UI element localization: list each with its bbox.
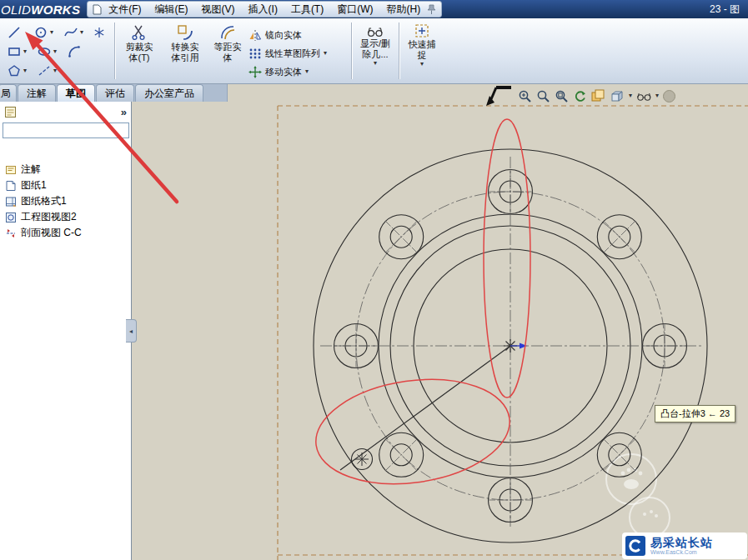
- zoom-fit-icon[interactable]: [536, 89, 550, 103]
- tree-item-annotations[interactable]: 注解: [0, 162, 131, 178]
- polygon-icon: [7, 63, 22, 78]
- tab-layout[interactable]: 局: [0, 84, 17, 102]
- mirror-entities-button[interactable]: 镜向实体: [248, 27, 302, 43]
- scissors-icon: [130, 23, 148, 42]
- circle-icon: [33, 25, 48, 40]
- chevron-down-icon[interactable]: ▾: [420, 61, 424, 68]
- sketch-line: [340, 346, 510, 470]
- sheet-properties-icon[interactable]: [591, 89, 605, 102]
- watermark-title: 易采站长站: [650, 537, 713, 549]
- red-highlight-ellipse-vertical: [484, 119, 530, 398]
- red-highlight-ellipse-bottom: [309, 368, 517, 495]
- bolt-hole: [642, 323, 687, 368]
- zoom-in-icon[interactable]: [518, 89, 532, 103]
- tree-item-section-view[interactable]: 剖面视图 C-C: [0, 225, 131, 241]
- menu-view[interactable]: 视图(V): [195, 2, 242, 17]
- menu-window[interactable]: 窗口(W): [330, 2, 379, 17]
- display-style-icon[interactable]: [610, 89, 625, 103]
- tree-item-sheet1[interactable]: 图纸1: [0, 178, 131, 193]
- chevron-down-icon[interactable]: ▾: [655, 92, 659, 99]
- centerline-tool-button[interactable]: ▾: [37, 62, 57, 79]
- previous-view-icon[interactable]: [484, 83, 514, 108]
- commandmanager-tabs: 局 注解 草图 评估 办公室产品: [0, 83, 228, 102]
- app-logo: OLIDWORKS: [1, 2, 80, 17]
- display-delete-relations-button[interactable]: 显示/删 除几... ▾: [355, 22, 395, 82]
- chevron-down-icon[interactable]: ▾: [629, 92, 632, 99]
- flange-view: [309, 119, 707, 542]
- arc-icon: [67, 44, 82, 59]
- tree-item-drawing-view2[interactable]: 工程图视图2: [0, 209, 131, 225]
- linear-sketch-pattern-button[interactable]: 线性草图阵列 ▾: [248, 45, 327, 62]
- bolt-hole: [488, 478, 533, 522]
- arc-tool-button[interactable]: [67, 43, 82, 60]
- feature-tooltip: 凸台-拉伸3 ← 23: [655, 405, 735, 422]
- main-area: ▾ ▾ 凸台-拉伸3 ← 23 易采站长站 Www.EasCk.Com: [0, 83, 748, 560]
- quick-snap-icon: [414, 23, 430, 39]
- view-settings-dot-icon[interactable]: [663, 90, 675, 102]
- asterisk-icon: [92, 25, 107, 40]
- chevron-down-icon[interactable]: ▾: [305, 68, 309, 75]
- polygon-tool-button[interactable]: ▾: [7, 62, 27, 79]
- bolt-hole: [369, 423, 433, 487]
- menu-edit[interactable]: 编辑(E): [148, 2, 195, 17]
- section-view-icon: [5, 228, 17, 239]
- menu-insert[interactable]: 插入(I): [242, 2, 284, 17]
- feature-tree: 注解 图纸1 图纸格式1 工程图视图2 剖面视图 C-C: [0, 162, 131, 241]
- menu-help[interactable]: 帮助(H): [380, 2, 428, 17]
- spline-tool-button[interactable]: ▾: [63, 24, 83, 41]
- bolt-hole: [369, 205, 433, 268]
- tab-sketch[interactable]: 草图: [57, 84, 95, 102]
- tab-annotation[interactable]: 注解: [18, 84, 56, 102]
- tab-evaluate[interactable]: 评估: [96, 84, 134, 102]
- move-arrows-icon: [248, 66, 262, 78]
- sheet-icon: [4, 106, 17, 118]
- chevron-down-icon[interactable]: ▾: [53, 68, 57, 74]
- chevron-down-icon[interactable]: ▾: [80, 29, 83, 36]
- easck-logo-icon: [625, 536, 645, 556]
- hide-show-items-icon[interactable]: [636, 90, 651, 102]
- drawing-canvas[interactable]: ▾ ▾ 凸台-拉伸3 ← 23 易采站长站 Www.EasCk.Com: [131, 83, 748, 560]
- line-icon: [7, 25, 22, 40]
- tab-office-products[interactable]: 办公室产品: [135, 84, 203, 102]
- menu-file[interactable]: 文件(F): [102, 2, 148, 17]
- annotations-icon: [5, 164, 17, 176]
- flange-drawing: [131, 83, 748, 560]
- chevron-down-icon[interactable]: ▾: [23, 48, 27, 55]
- ribbon-separator: [351, 22, 352, 79]
- centerline-icon: [37, 63, 52, 78]
- titlebar: OLIDWORKS 文件(F) 编辑(E) 视图(V) 插入(I) 工具(T) …: [0, 0, 748, 18]
- rebuild-icon[interactable]: [573, 89, 587, 103]
- point-tool-button[interactable]: [92, 24, 107, 41]
- sheet-icon: [5, 180, 17, 192]
- tree-filter-input[interactable]: [3, 122, 129, 138]
- glasses-icon: [367, 23, 384, 38]
- chevron-down-icon[interactable]: ▾: [50, 29, 53, 36]
- ellipse-tool-button[interactable]: ▾: [37, 43, 57, 60]
- chevron-down-icon[interactable]: ▾: [53, 48, 57, 55]
- panel-collapse-handle[interactable]: ◂: [126, 319, 137, 342]
- chevron-down-icon[interactable]: ▾: [23, 68, 27, 74]
- move-entities-button[interactable]: 移动实体 ▾: [248, 63, 309, 80]
- panel-header: »: [0, 102, 131, 122]
- convert-entities-button[interactable]: 转换实 体引用: [163, 22, 207, 82]
- ellipse-icon: [37, 44, 52, 59]
- pin-icon[interactable]: [427, 4, 436, 15]
- rectangle-icon: [7, 44, 22, 59]
- tree-item-sheet-format1[interactable]: 图纸格式1: [0, 193, 131, 209]
- ribbon-separator: [114, 22, 115, 79]
- button-label: 镜向实体: [265, 29, 302, 42]
- site-watermark: 易采站长站 Www.EasCk.Com: [622, 532, 747, 559]
- chevron-down-icon[interactable]: ▾: [374, 60, 377, 67]
- trim-entities-button[interactable]: 剪裁实 体(T): [118, 22, 160, 82]
- panel-expand-chevron[interactable]: »: [121, 106, 127, 118]
- offset-entities-button[interactable]: 等距实 体: [210, 22, 245, 82]
- quick-snaps-button[interactable]: 快速捕 捉 ▾: [403, 22, 441, 82]
- line-tool-button[interactable]: [7, 24, 22, 41]
- rectangle-tool-button[interactable]: ▾: [7, 43, 27, 60]
- chevron-down-icon[interactable]: ▾: [324, 50, 327, 57]
- menu-tools[interactable]: 工具(T): [284, 2, 330, 17]
- zoom-area-icon[interactable]: [555, 89, 569, 103]
- solidworks-window: OLIDWORKS 文件(F) 编辑(E) 视图(V) 插入(I) 工具(T) …: [0, 0, 748, 560]
- circle-tool-button[interactable]: ▾: [33, 24, 53, 41]
- feature-manager-panel: » 注解 图纸1 图纸格式1 工程图视图2: [0, 102, 132, 560]
